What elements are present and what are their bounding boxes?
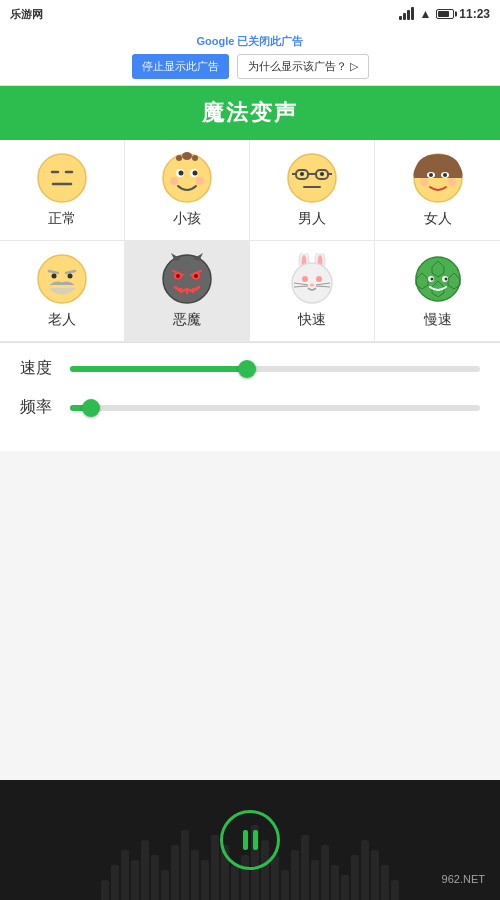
app-container: 乐游网 ▲ 11:23 Google 已关闭此广告 停止显示此广告 bbox=[0, 0, 500, 900]
effect-woman[interactable]: 女人 bbox=[375, 140, 500, 241]
empty-content-area bbox=[0, 451, 500, 761]
time-display: 11:23 bbox=[459, 7, 490, 21]
svg-point-7 bbox=[192, 155, 198, 161]
svg-point-5 bbox=[182, 152, 192, 160]
watermark: 962.NET bbox=[442, 873, 485, 885]
child-face-icon bbox=[161, 152, 213, 204]
ad-buttons: 停止显示此广告 为什么显示该广告？ ▷ bbox=[10, 54, 490, 79]
frequency-track[interactable] bbox=[70, 405, 480, 411]
effect-child[interactable]: 小孩 bbox=[125, 140, 250, 241]
svg-point-26 bbox=[429, 173, 433, 177]
ad-banner: Google 已关闭此广告 停止显示此广告 为什么显示该广告？ ▷ bbox=[0, 28, 500, 86]
ad-closed-text: 已关闭此广告 bbox=[237, 35, 303, 47]
speed-label: 速度 bbox=[20, 358, 55, 379]
woman-face-icon bbox=[412, 152, 464, 204]
frequency-thumb[interactable] bbox=[82, 399, 100, 417]
slow-face-icon bbox=[412, 253, 464, 305]
svg-point-41 bbox=[194, 274, 198, 278]
effect-elder[interactable]: 老人 bbox=[0, 241, 125, 342]
play-small-icon: ▷ bbox=[350, 60, 358, 73]
why-ad-text: 为什么显示该广告？ bbox=[248, 59, 347, 74]
app-title: 魔法变声 bbox=[0, 98, 500, 128]
speed-slider-row: 速度 bbox=[20, 358, 480, 379]
elder-face-icon bbox=[36, 253, 88, 305]
effect-slow[interactable]: 慢速 bbox=[375, 241, 500, 342]
stop-ad-button[interactable]: 停止显示此广告 bbox=[132, 54, 229, 79]
effect-normal[interactable]: 正常 bbox=[0, 140, 125, 241]
demon-face-icon bbox=[161, 253, 213, 305]
svg-point-61 bbox=[430, 278, 433, 281]
svg-point-0 bbox=[38, 154, 86, 202]
effect-grid: 正常 小孩 bbox=[0, 140, 500, 343]
speed-thumb[interactable] bbox=[238, 360, 256, 378]
svg-point-11 bbox=[193, 171, 198, 176]
svg-point-50 bbox=[302, 276, 308, 282]
app-brand: 乐游网 bbox=[10, 7, 43, 22]
child-label: 小孩 bbox=[173, 210, 201, 228]
svg-point-49 bbox=[292, 263, 332, 303]
pause-icon bbox=[243, 830, 258, 850]
demon-label: 恶魔 bbox=[173, 311, 201, 329]
fast-label: 快速 bbox=[298, 311, 326, 329]
app-header: 魔法变声 bbox=[0, 86, 500, 140]
frequency-slider-row: 频率 bbox=[20, 397, 480, 418]
effect-fast[interactable]: 快速 bbox=[250, 241, 375, 342]
play-pause-button[interactable] bbox=[220, 810, 280, 870]
svg-point-27 bbox=[443, 173, 447, 177]
svg-point-21 bbox=[320, 172, 324, 176]
svg-point-30 bbox=[38, 255, 86, 303]
signal-icon bbox=[399, 8, 414, 20]
ad-google-text: Google 已关闭此广告 bbox=[10, 34, 490, 49]
svg-point-29 bbox=[448, 178, 456, 186]
svg-point-62 bbox=[444, 278, 447, 281]
svg-point-14 bbox=[288, 154, 336, 202]
svg-point-13 bbox=[196, 177, 204, 185]
svg-point-20 bbox=[300, 172, 304, 176]
fast-face-icon bbox=[286, 253, 338, 305]
google-brand: Google bbox=[197, 35, 235, 47]
status-right: ▲ 11:23 bbox=[399, 7, 490, 21]
normal-face-icon bbox=[36, 152, 88, 204]
status-bar: 乐游网 ▲ 11:23 bbox=[0, 0, 500, 28]
svg-point-28 bbox=[420, 178, 428, 186]
svg-point-51 bbox=[316, 276, 322, 282]
elder-label: 老人 bbox=[48, 311, 76, 329]
svg-point-12 bbox=[170, 177, 178, 185]
why-ad-button[interactable]: 为什么显示该广告？ ▷ bbox=[237, 54, 369, 79]
man-label: 男人 bbox=[298, 210, 326, 228]
bottom-bar: 962.NET bbox=[0, 780, 500, 900]
speed-track[interactable] bbox=[70, 366, 480, 372]
normal-label: 正常 bbox=[48, 210, 76, 228]
wifi-icon: ▲ bbox=[419, 7, 431, 21]
svg-point-52 bbox=[310, 284, 314, 287]
svg-point-34 bbox=[68, 274, 73, 279]
frequency-label: 频率 bbox=[20, 397, 55, 418]
effect-man[interactable]: 男人 bbox=[250, 140, 375, 241]
svg-point-10 bbox=[179, 171, 184, 176]
battery-icon bbox=[436, 9, 454, 19]
svg-point-33 bbox=[52, 274, 57, 279]
man-face-icon bbox=[286, 152, 338, 204]
svg-point-4 bbox=[163, 154, 211, 202]
speed-fill bbox=[70, 366, 246, 372]
sliders-section: 速度 频率 bbox=[0, 343, 500, 451]
svg-point-6 bbox=[176, 155, 182, 161]
woman-label: 女人 bbox=[424, 210, 452, 228]
slow-label: 慢速 bbox=[424, 311, 452, 329]
svg-point-40 bbox=[176, 274, 180, 278]
svg-point-35 bbox=[163, 255, 211, 303]
effect-demon[interactable]: 恶魔 bbox=[125, 241, 250, 342]
